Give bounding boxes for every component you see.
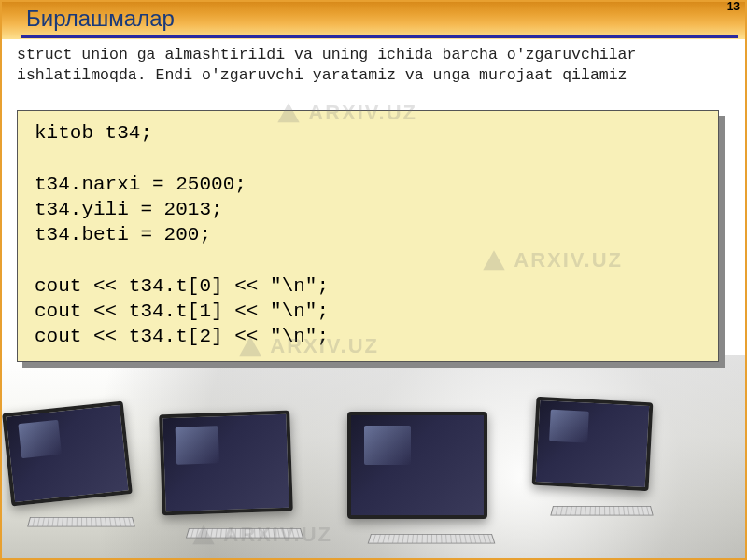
page-number: 13 [727,0,740,13]
slide-title: Бирлашмалар [26,6,175,32]
description-text: struct union ga almashtirildi va uning i… [17,45,730,87]
header-rule [21,35,738,38]
keyboard-image [27,517,135,526]
code-block: kitob t34; t34.narxi = 25000; t34.yili =… [17,110,719,362]
keyboard-image [368,534,496,543]
code-content: kitob t34; t34.narxi = 25000; t34.yili =… [17,110,719,362]
monitor-image [347,412,487,519]
monitor-image [159,411,293,516]
monitor-image [2,400,133,506]
keyboard-image [186,528,303,538]
monitor-image [532,397,654,491]
keyboard-image [550,506,653,515]
background-image [2,355,745,558]
